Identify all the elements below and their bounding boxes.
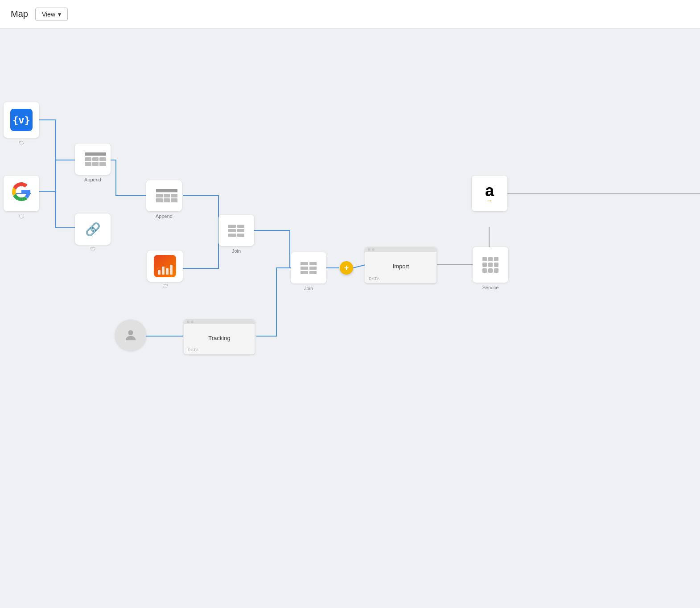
plus-node[interactable]: + xyxy=(340,261,353,275)
shield-icon-chain: 🛡 xyxy=(90,246,96,253)
map-canvas: {v} 🛡 🛡 🔗 🛡 xyxy=(0,29,700,608)
append1-label: Append xyxy=(84,177,101,182)
var-icon: {v} xyxy=(10,109,33,131)
var-source-node[interactable]: {v} 🛡 xyxy=(4,102,39,138)
tracking-node[interactable]: Tracking DATA xyxy=(184,319,255,355)
google-source-node[interactable]: 🛡 xyxy=(4,176,39,211)
plus-icon: + xyxy=(344,263,349,273)
app-header: Map View ▾ xyxy=(0,0,700,29)
import-node[interactable]: Import DATA xyxy=(365,247,437,283)
amazon-a-icon: a xyxy=(485,183,494,199)
chevron-down-icon: ▾ xyxy=(58,11,61,18)
table-icon-append1 xyxy=(85,152,101,166)
svg-point-0 xyxy=(128,330,133,335)
import-title: Import xyxy=(393,263,409,270)
join2-icon xyxy=(301,262,317,274)
join1-node[interactable]: Join xyxy=(218,215,254,254)
join1-icon xyxy=(228,225,244,237)
append2-node[interactable]: Append xyxy=(146,180,182,219)
shield-icon-google: 🛡 xyxy=(19,214,25,220)
person-icon xyxy=(123,328,138,343)
append1-node[interactable]: Append xyxy=(75,144,111,182)
page-title: Map xyxy=(11,9,28,19)
append2-label: Append xyxy=(156,214,173,219)
analytics-icon xyxy=(154,255,176,277)
amazon-node[interactable]: a → xyxy=(472,176,507,211)
connector-lines xyxy=(0,29,700,608)
tracking-sub: DATA xyxy=(188,348,199,352)
import-sub: DATA xyxy=(369,276,380,281)
service-label: Service xyxy=(482,285,499,290)
person-node[interactable] xyxy=(115,320,146,351)
join2-node[interactable]: Join xyxy=(291,252,326,291)
table-icon-append2 xyxy=(156,189,172,202)
service-icon xyxy=(481,255,500,275)
service-node[interactable]: Service xyxy=(473,247,508,290)
google-icon xyxy=(12,182,31,205)
tracking-title: Tracking xyxy=(208,335,230,341)
chain-icon: 🔗 xyxy=(85,222,101,237)
amazon-arrow-icon: → xyxy=(486,197,493,204)
shield-icon: 🛡 xyxy=(19,140,25,147)
shield-icon-analytics: 🛡 xyxy=(162,283,168,290)
analytics-node[interactable]: 🛡 xyxy=(147,251,183,282)
join2-label: Join xyxy=(304,286,313,291)
join1-label: Join xyxy=(232,248,241,254)
chain-node[interactable]: 🔗 🛡 xyxy=(75,214,111,245)
view-button[interactable]: View ▾ xyxy=(35,8,68,21)
view-button-label: View xyxy=(42,11,55,18)
